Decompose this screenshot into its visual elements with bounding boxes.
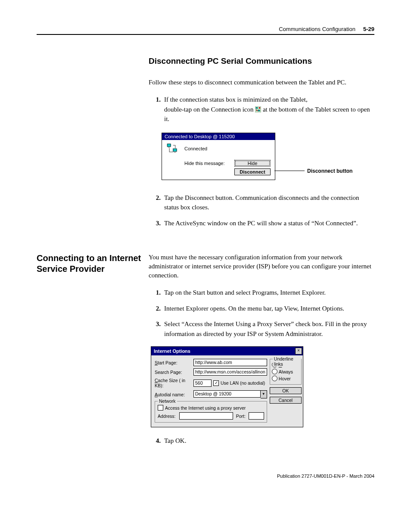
subheading-disconnecting: Disconnecting PC Serial Communications: [149, 56, 374, 66]
cache-size-label: Cache Size ( in KB):: [155, 378, 192, 388]
connection-dialog-figure: Connected to Desktop @ 115200: [162, 133, 374, 180]
dialog-titlebar: Internet Options ×: [151, 347, 303, 355]
radio-always[interactable]: Always: [272, 369, 299, 374]
steps-list-cont: 2. Tap the Disconnect button. Communicat…: [149, 193, 374, 228]
network-fieldset: Network Access the Internet using a prox…: [155, 401, 267, 423]
svg-point-3: [259, 107, 261, 109]
header-page-number: 5-29: [363, 26, 374, 32]
callout-label: Disconnect button: [305, 168, 352, 174]
step-2: 2. Tap the Disconnect button. Communicat…: [149, 193, 374, 212]
internet-options-dialog: Internet Options × Start Page: http://ww…: [151, 346, 303, 427]
proxy-checkbox[interactable]: [158, 405, 163, 411]
network-legend: Network: [158, 398, 177, 404]
svg-rect-2: [258, 109, 260, 111]
use-lan-checkbox[interactable]: ✓: [213, 380, 219, 386]
step-1: 1. If the connection status box is minim…: [149, 95, 374, 124]
hide-message-label: Hide this message:: [184, 161, 225, 166]
disconnect-callout: Disconnect button: [274, 168, 352, 174]
start-page-input[interactable]: http://www.ab.com: [193, 359, 267, 366]
isp-intro: You must have the necessary configuratio…: [149, 253, 374, 280]
port-input[interactable]: [249, 412, 264, 420]
step-1-line1: If the connection status box is minimize…: [164, 96, 308, 103]
isp-steps: 1.Tap on the Start button and select Pro…: [149, 288, 374, 339]
search-page-label: Search Page:: [155, 370, 192, 375]
svg-rect-9: [174, 152, 176, 152]
underline-links-legend: Underline links: [273, 356, 301, 367]
svg-rect-6: [168, 147, 170, 148]
dialog-title: Internet Options: [154, 348, 190, 354]
page: Communications Configuration 5-29 Discon…: [0, 0, 411, 496]
cache-size-input[interactable]: 560: [193, 380, 212, 387]
proxy-label: Access the Internet using a proxy server: [165, 405, 246, 411]
autodial-label: Autodial name:: [155, 392, 192, 397]
isp-step-4: 4.Tap OK.: [149, 436, 374, 446]
isp-step-3: 3.Select “Access the Internet Using a Pr…: [149, 319, 374, 339]
header-chapter: Communications Configuration: [279, 26, 355, 32]
address-input[interactable]: [179, 412, 233, 420]
section-isp: Connecting to an Internet Service Provid…: [37, 253, 374, 454]
svg-rect-5: [168, 144, 170, 146]
connection-icon: [255, 106, 261, 112]
publication-footer: Publication 2727-UM001D-EN-P - March 200…: [37, 473, 374, 479]
start-page-label: Start Page:: [155, 360, 192, 365]
isp-step-2: 2.Internet Explorer opens. On the menu b…: [149, 304, 374, 314]
autodial-dropdown[interactable]: Desktop @ 19200 ▼: [193, 390, 267, 398]
ok-button[interactable]: OK: [270, 387, 302, 394]
section-disconnecting: Disconnecting PC Serial Communications F…: [37, 56, 374, 236]
pc-link-icon: [166, 143, 178, 154]
underline-links-fieldset: Underline links Never Always Hover: [270, 359, 302, 385]
close-icon[interactable]: ×: [295, 348, 302, 355]
intro-paragraph: Follow these steps to disconnect communi…: [149, 78, 374, 87]
svg-rect-1: [256, 107, 258, 109]
page-header: Communications Configuration 5-29: [37, 26, 374, 35]
use-lan-label: Use LAN (no autodial): [221, 380, 265, 386]
port-label: Port:: [235, 414, 247, 419]
isp-steps-cont: 4.Tap OK.: [149, 436, 374, 446]
address-label: Address:: [158, 414, 177, 419]
chevron-down-icon[interactable]: ▼: [261, 390, 267, 398]
side-heading-isp: Connecting to an Internet Service Provid…: [37, 253, 149, 274]
cancel-button[interactable]: Cancel: [270, 397, 302, 404]
connection-status-text: Connected: [184, 146, 207, 151]
hide-button[interactable]: Hide: [234, 160, 271, 167]
disconnect-button[interactable]: Disconnect: [234, 168, 271, 175]
radio-hover[interactable]: Hover: [272, 376, 299, 381]
svg-rect-8: [174, 149, 176, 151]
connection-dialog-title: Connected to Desktop @ 115200: [162, 133, 275, 140]
search-page-input[interactable]: http://www.msn.com/access/allinon: [193, 368, 267, 376]
step-1-line2a: double-tap on the Connection icon: [164, 106, 255, 113]
step-3: 3. The ActiveSync window on the PC will …: [149, 218, 374, 228]
connection-dialog: Connected to Desktop @ 115200: [162, 133, 275, 180]
steps-list: 1. If the connection status box is minim…: [149, 95, 374, 124]
isp-step-1: 1.Tap on the Start button and select Pro…: [149, 288, 374, 298]
